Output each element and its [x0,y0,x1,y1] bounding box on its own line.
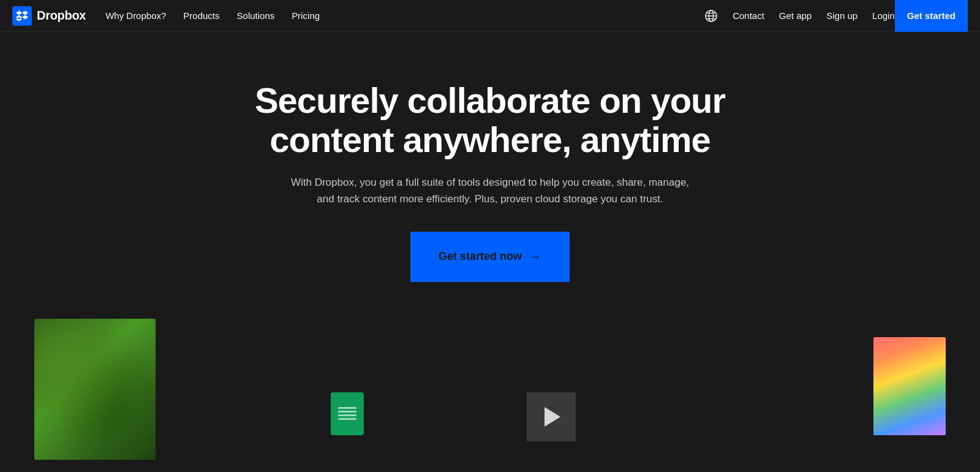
logo-text: Dropbox [37,9,86,23]
line-2 [338,411,356,413]
nav-item-why-dropbox[interactable]: Why Dropbox? [105,10,166,21]
spreadsheet-file-icon [331,392,364,435]
cta-arrow-icon: → [529,249,541,264]
nav-links: Why Dropbox? Products Solutions Pricing [105,10,704,21]
nav-right: Contact Get app Sign up Login [704,9,895,23]
nav-item-pricing[interactable]: Pricing [292,10,320,21]
logo[interactable]: Dropbox [12,6,86,26]
nav-sign-up[interactable]: Sign up [826,10,858,21]
play-icon [545,407,560,427]
bottom-images-section [0,319,980,472]
spreadsheet-lines [338,407,356,420]
nav-login[interactable]: Login [872,10,895,21]
hero-subtitle: With Dropbox, you get a full suite of to… [282,174,698,207]
language-icon[interactable] [704,9,718,23]
nav-item-solutions[interactable]: Solutions [237,10,275,21]
hero-title: Securely collaborate on your content any… [245,81,735,159]
nav-get-started-button[interactable]: Get started [895,0,968,32]
line-1 [338,407,356,409]
line-3 [338,414,356,416]
nav-item-products[interactable]: Products [183,10,219,21]
gradient-image [873,337,946,435]
dropbox-logo-icon [12,6,32,26]
nav-contact[interactable]: Contact [733,10,764,21]
moss-image [34,319,156,460]
nav-get-app[interactable]: Get app [779,10,812,21]
get-started-now-button[interactable]: Get started now → [410,232,570,282]
video-thumbnail [527,392,576,441]
line-4 [338,418,356,420]
hero-section: Securely collaborate on your content any… [0,32,980,282]
cta-label: Get started now [439,250,522,263]
navbar: Dropbox Why Dropbox? Products Solutions … [0,0,980,32]
